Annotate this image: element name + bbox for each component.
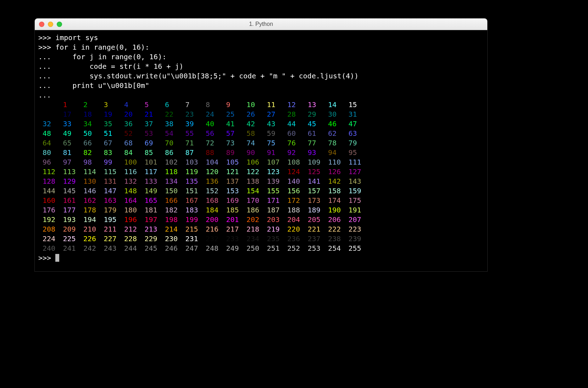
color-cell: 175 bbox=[344, 196, 365, 205]
color-cell: 230 bbox=[161, 234, 181, 244]
color-cell: 110 bbox=[324, 157, 344, 167]
repl-prompt[interactable]: >>> bbox=[38, 253, 484, 263]
ansi-color-grid: 0 1 2 3 4 5 6 7 8 9 10 11 12 13 14 15 16… bbox=[38, 100, 484, 253]
color-cell: 86 bbox=[161, 148, 181, 157]
color-cell: 98 bbox=[79, 157, 100, 167]
color-cell: 199 bbox=[181, 215, 202, 225]
color-cell: 10 bbox=[242, 100, 263, 110]
color-cell: 197 bbox=[140, 215, 161, 225]
color-cell: 82 bbox=[79, 148, 100, 157]
color-cell: 171 bbox=[263, 196, 283, 205]
color-cell: 237 bbox=[304, 234, 324, 244]
color-cell: 226 bbox=[79, 234, 100, 244]
color-cell: 219 bbox=[263, 225, 283, 234]
color-cell: 244 bbox=[120, 244, 140, 253]
color-cell: 96 bbox=[38, 157, 59, 167]
color-cell: 141 bbox=[304, 177, 324, 186]
color-cell: 159 bbox=[344, 186, 365, 196]
color-cell: 72 bbox=[201, 138, 222, 148]
color-cell: 196 bbox=[120, 215, 140, 225]
grid-row: 32 33 34 35 36 37 38 39 40 41 42 43 44 4… bbox=[38, 119, 484, 129]
repl-line: >>> for i in range(0, 16): bbox=[38, 43, 484, 52]
color-cell: 181 bbox=[140, 205, 161, 215]
traffic-lights bbox=[35, 22, 62, 27]
color-cell: 134 bbox=[161, 177, 181, 186]
color-cell: 119 bbox=[181, 167, 202, 177]
color-cell: 131 bbox=[100, 177, 120, 186]
window-maximize-button[interactable] bbox=[57, 22, 62, 27]
color-cell: 24 bbox=[201, 110, 222, 119]
color-cell: 55 bbox=[181, 129, 202, 138]
color-cell: 166 bbox=[161, 196, 181, 205]
color-cell: 39 bbox=[181, 119, 202, 129]
color-cell: 147 bbox=[100, 186, 120, 196]
color-cell: 250 bbox=[242, 244, 263, 253]
grid-row: 192 193 194 195 196 197 198 199 200 201 … bbox=[38, 215, 484, 225]
color-cell: 120 bbox=[201, 167, 222, 177]
color-cell: 108 bbox=[283, 157, 304, 167]
color-cell: 148 bbox=[120, 186, 140, 196]
color-cell: 220 bbox=[283, 225, 304, 234]
color-cell: 167 bbox=[181, 196, 202, 205]
cursor bbox=[55, 254, 59, 262]
color-cell: 169 bbox=[222, 196, 243, 205]
color-cell: 241 bbox=[59, 244, 79, 253]
color-cell: 57 bbox=[222, 129, 243, 138]
color-cell: 14 bbox=[324, 100, 344, 110]
color-cell: 149 bbox=[140, 186, 161, 196]
color-cell: 8 bbox=[201, 100, 222, 110]
color-cell: 25 bbox=[222, 110, 243, 119]
repl-line: ... for j in range(0, 16): bbox=[38, 52, 484, 62]
color-cell: 52 bbox=[120, 129, 140, 138]
color-cell: 41 bbox=[222, 119, 243, 129]
color-cell: 123 bbox=[263, 167, 283, 177]
color-cell: 187 bbox=[263, 205, 283, 215]
color-cell: 136 bbox=[201, 177, 222, 186]
color-cell: 89 bbox=[222, 148, 243, 157]
color-cell: 113 bbox=[59, 167, 79, 177]
color-cell: 216 bbox=[201, 225, 222, 234]
color-cell: 174 bbox=[324, 196, 344, 205]
color-cell: 142 bbox=[324, 177, 344, 186]
color-cell: 11 bbox=[263, 100, 283, 110]
color-cell: 205 bbox=[304, 215, 324, 225]
color-cell: 168 bbox=[201, 196, 222, 205]
color-cell: 195 bbox=[100, 215, 120, 225]
color-cell: 40 bbox=[201, 119, 222, 129]
color-cell: 16 bbox=[38, 110, 59, 119]
color-cell: 53 bbox=[140, 129, 161, 138]
color-cell: 252 bbox=[283, 244, 304, 253]
color-cell: 234 bbox=[242, 234, 263, 244]
window-close-button[interactable] bbox=[39, 22, 44, 27]
color-cell: 214 bbox=[161, 225, 181, 234]
color-cell: 144 bbox=[38, 186, 59, 196]
color-cell: 200 bbox=[201, 215, 222, 225]
color-cell: 114 bbox=[79, 167, 100, 177]
color-cell: 217 bbox=[222, 225, 243, 234]
color-cell: 213 bbox=[140, 225, 161, 234]
color-cell: 202 bbox=[242, 215, 263, 225]
color-cell: 172 bbox=[283, 196, 304, 205]
color-cell: 91 bbox=[263, 148, 283, 157]
window-minimize-button[interactable] bbox=[48, 22, 53, 27]
color-cell: 232 bbox=[201, 234, 222, 244]
color-cell: 97 bbox=[59, 157, 79, 167]
color-cell: 207 bbox=[344, 215, 365, 225]
color-cell: 215 bbox=[181, 225, 202, 234]
color-cell: 164 bbox=[120, 196, 140, 205]
color-cell: 20 bbox=[120, 110, 140, 119]
color-cell: 12 bbox=[283, 100, 304, 110]
color-cell: 79 bbox=[344, 138, 365, 148]
color-cell: 95 bbox=[344, 148, 365, 157]
color-cell: 208 bbox=[38, 225, 59, 234]
color-cell: 186 bbox=[242, 205, 263, 215]
color-cell: 233 bbox=[222, 234, 243, 244]
color-cell: 104 bbox=[201, 157, 222, 167]
color-cell: 156 bbox=[283, 186, 304, 196]
color-cell: 240 bbox=[38, 244, 59, 253]
color-cell: 60 bbox=[283, 129, 304, 138]
color-cell: 254 bbox=[324, 244, 344, 253]
color-cell: 173 bbox=[304, 196, 324, 205]
color-cell: 94 bbox=[324, 148, 344, 157]
terminal-body[interactable]: >>> import sys>>> for i in range(0, 16):… bbox=[35, 30, 487, 271]
